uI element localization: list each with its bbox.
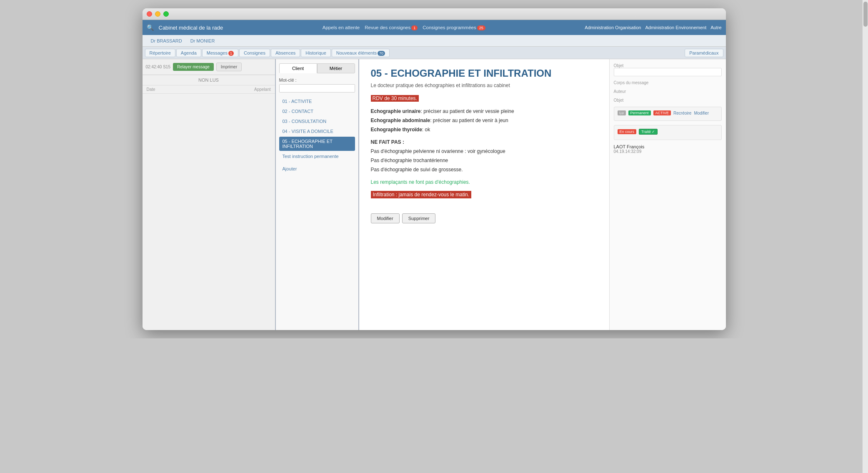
- main-layout: 02:42:40 S15 Relayer message Imprimer NO…: [143, 59, 726, 330]
- subnav-nouveaux[interactable]: Nouveaux éléments70: [332, 49, 390, 57]
- corps-label: Corps du message: [614, 80, 722, 85]
- autre-label: Autre: [710, 25, 721, 30]
- subnav-historique[interactable]: Historique: [301, 49, 331, 57]
- sidebar-item-test[interactable]: Test instruction permanente: [279, 152, 355, 161]
- badge-traite: Traité ✓: [639, 129, 658, 135]
- left-top-actions: 02:42:40 S15 Relayer message Imprimer: [143, 59, 275, 75]
- subnav-consignes[interactable]: Consignes: [239, 49, 270, 57]
- auteur-label: Auteur: [614, 89, 722, 94]
- sub-navigation: Répertoire Agenda Messages1 Consignes Ab…: [143, 47, 726, 59]
- nav-buttons: Appels en attente Revue des consignes1 C…: [323, 25, 485, 30]
- relay-button[interactable]: Relayer message: [173, 63, 214, 71]
- left-panel: 02:42:40 S15 Relayer message Imprimer NO…: [143, 59, 276, 330]
- sidebar-item-contact[interactable]: 02 - CONTACT: [279, 107, 355, 116]
- msg-link-recreoire[interactable]: Recréoire: [673, 111, 691, 115]
- badge-lu: Lu: [618, 110, 626, 115]
- ne-fait-pas-2: Pas d'échographie trochantérienne: [371, 157, 598, 164]
- minimize-button[interactable]: [155, 11, 160, 17]
- traffic-lights: [147, 11, 169, 17]
- search-icon[interactable]: 🔍: [147, 24, 154, 31]
- mot-cle-input[interactable]: [279, 84, 355, 93]
- subnav-absences[interactable]: Absences: [271, 49, 300, 57]
- maximize-button[interactable]: [163, 11, 169, 17]
- sidebar-item-echographie[interactable]: 05 - ECHOGRAPHIE ET INFILTRATION: [279, 137, 355, 151]
- subnav-paramedicaux[interactable]: Paramédicaux: [685, 49, 723, 57]
- nav-revue[interactable]: Revue des consignes1: [365, 25, 418, 30]
- mot-cle-label: Mot-clé :: [279, 78, 355, 83]
- message-item-1-header: Lu Permanent ACTIVE Recréoire Modifier: [618, 110, 718, 115]
- ne-fait-pas-title: NE FAIT PAS :: [371, 139, 598, 145]
- rdv-highlight: RDV de 30 minutes.: [371, 95, 419, 102]
- modifier-button[interactable]: Modifier: [371, 213, 400, 223]
- timestamp: 02:42:40 S15: [146, 65, 171, 69]
- doctor-tabs: Dr BRASSARD Dr MONIER: [143, 35, 726, 47]
- sidebar-item-visite[interactable]: 04 - VISITE A DOMICILE: [279, 127, 355, 136]
- tab-metier[interactable]: Métier: [317, 63, 355, 73]
- print-button[interactable]: Imprimer: [216, 63, 242, 71]
- badge-permanent: Permanent: [628, 110, 651, 115]
- nav-consignes[interactable]: Consignes programmées25: [423, 25, 485, 30]
- author-name: LAOT François: [614, 144, 722, 149]
- subnav-agenda[interactable]: Agenda: [176, 49, 201, 57]
- action-buttons: Modifier Supprimer: [371, 213, 598, 223]
- subnav-repertoire[interactable]: Répertoire: [145, 49, 175, 57]
- echo-abdominale: Echographie abdominale: préciser au pati…: [371, 117, 598, 124]
- echo-thyroide: Echographie thyroïde: ok: [371, 126, 598, 133]
- message-item-2-header: En cours Traité ✓: [618, 129, 718, 135]
- top-navigation: 🔍 Cabinet médical de la rade Appels en a…: [143, 20, 726, 35]
- echo-urinaire: Echographie urinaire: préciser au patien…: [371, 108, 598, 115]
- ne-fait-pas-3: Pas d'échographie de suivi de grossesse.: [371, 166, 598, 173]
- doctor-tab-brassard[interactable]: Dr BRASSARD: [147, 37, 186, 45]
- objet-label: Objet: [614, 63, 722, 68]
- date-col-header: Date: [147, 87, 209, 92]
- close-button[interactable]: [147, 11, 152, 17]
- objet-label2: Objet: [614, 98, 722, 103]
- msg-link-modifier[interactable]: Modifier: [694, 111, 709, 115]
- sidebar-tabs: Client Métier: [279, 63, 355, 73]
- author-section: LAOT François 04.19.14:32:09: [614, 144, 722, 154]
- message-item-1: Lu Permanent ACTIVE Recréoire Modifier: [614, 107, 722, 121]
- objet-input[interactable]: [614, 68, 722, 76]
- nav-right: Administration Organisation Administrati…: [585, 25, 721, 30]
- nav-appels[interactable]: Appels en attente: [323, 25, 360, 30]
- subnav-messages[interactable]: Messages1: [202, 49, 238, 57]
- echographies-section: Echographie urinaire: préciser au patien…: [371, 108, 598, 133]
- appelant-col-header: Appelant: [209, 87, 271, 92]
- sidebar-add-button[interactable]: Ajouter: [279, 164, 355, 173]
- sidebar-item-consultation[interactable]: 03 - CONSULTATION: [279, 117, 355, 126]
- author-date: 04.19.14:32:09: [614, 149, 722, 154]
- content-title: 05 - ECHOGRAPHIE ET INFILTRATION: [371, 68, 598, 79]
- tab-client[interactable]: Client: [279, 63, 317, 73]
- admin-env[interactable]: Administration Environnement: [645, 25, 706, 30]
- app-title: Cabinet médical de la rade: [159, 25, 223, 31]
- content-panel: 05 - ECHOGRAPHIE ET INFILTRATION Le doct…: [359, 59, 609, 330]
- non-lus-label: NON LUS: [143, 75, 275, 85]
- badge-encours: En cours: [618, 129, 637, 134]
- messages-header: Date Appelant: [143, 85, 275, 94]
- badge-active: ACTIVE: [653, 110, 671, 115]
- content-subtitle: Le docteur pratique des échographies et …: [371, 83, 598, 88]
- subnav-right: Paramédicaux: [685, 49, 723, 57]
- ne-fait-pas-1: Pas d'échographie pelvienne ni ovarienne…: [371, 148, 598, 155]
- right-meta-panel: Objet Corps du message Auteur Objet Lu P…: [609, 59, 726, 330]
- ne-fait-pas-section: NE FAIT PAS : Pas d'échographie pelvienn…: [371, 139, 598, 173]
- titlebar: [143, 8, 726, 20]
- doctor-tab-monier[interactable]: Dr MONIER: [186, 37, 219, 45]
- infiltration-highlight: Infiltration : jamais de rendez-vous le …: [371, 191, 471, 198]
- remplacants-text: Les remplaçants ne font pas d'échographi…: [371, 179, 598, 185]
- message-item-2: En cours Traité ✓: [614, 125, 722, 140]
- sidebar-item-activite[interactable]: 01 - ACTIVITE: [279, 97, 355, 106]
- sidebar-panel: Client Métier Mot-clé : 01 - ACTIVITE 02…: [276, 59, 359, 330]
- admin-org[interactable]: Administration Organisation: [585, 25, 641, 30]
- supprimer-button[interactable]: Supprimer: [402, 213, 436, 223]
